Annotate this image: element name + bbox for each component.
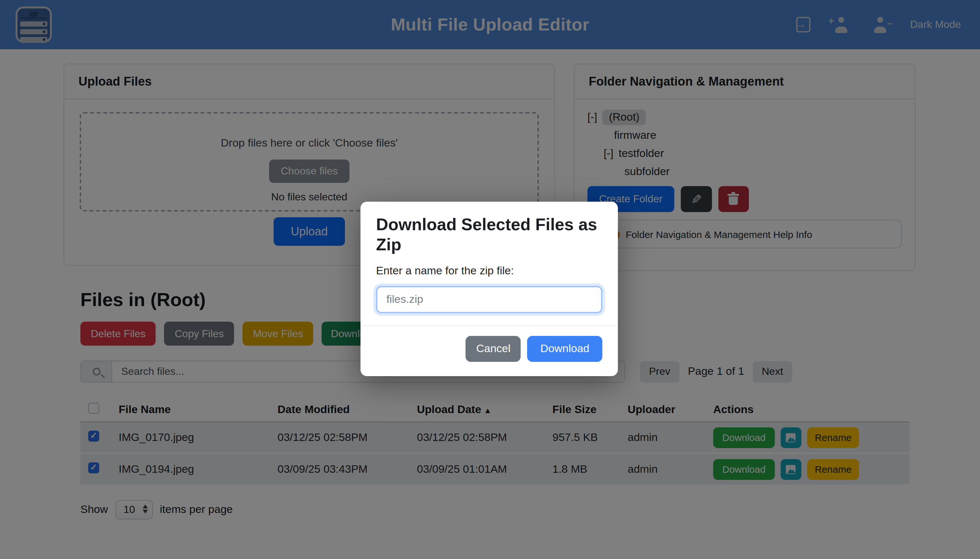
modal-divider bbox=[360, 326, 618, 326]
download-zip-modal: Download Selected Files as Zip Enter a n… bbox=[360, 202, 618, 376]
zip-name-input[interactable] bbox=[376, 286, 602, 313]
modal-title: Download Selected Files as Zip bbox=[376, 215, 602, 255]
multi-file-upload-editor-app: Multi File Upload Editor + – Dark Mode U… bbox=[0, 0, 980, 559]
zip-name-label: Enter a name for the zip file: bbox=[376, 265, 602, 278]
screenshot-viewport: Multi File Upload Editor + – Dark Mode U… bbox=[0, 0, 980, 559]
modal-download-button[interactable]: Download bbox=[527, 336, 602, 362]
cancel-button[interactable]: Cancel bbox=[466, 336, 521, 362]
